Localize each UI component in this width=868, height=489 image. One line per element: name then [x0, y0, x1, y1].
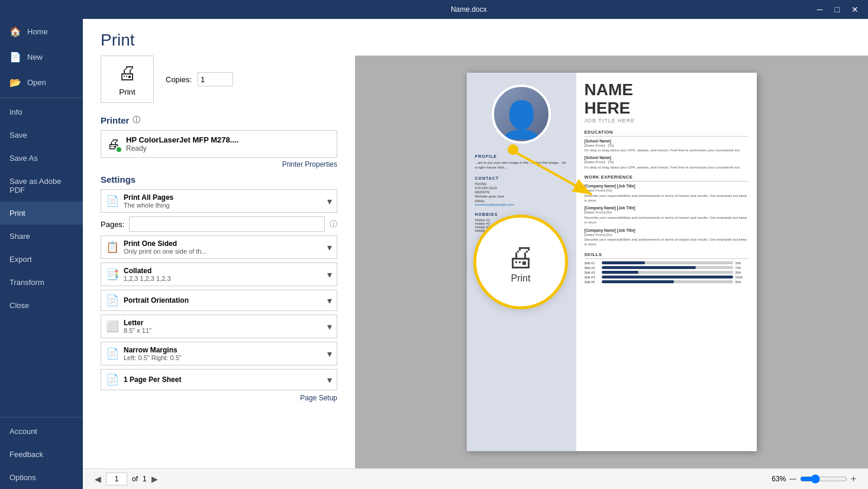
sidebar-item-share[interactable]: Share — [0, 225, 83, 248]
next-page-button[interactable]: ▶ — [151, 474, 158, 484]
sidebar-item-saveas[interactable]: Save As — [0, 147, 83, 170]
sidebar-item-save-adobe[interactable]: Save as Adobe PDF — [0, 170, 83, 202]
open-icon: 📂 — [9, 77, 21, 88]
sidebar-item-save[interactable]: Save — [0, 124, 83, 147]
margins-arrow-icon: ▾ — [327, 348, 332, 360]
hobby-4: Hobby #4 — [475, 229, 568, 232]
resume-photo: 👤 — [492, 85, 551, 144]
sidebar-item-transform[interactable]: Transform — [0, 271, 83, 294]
resume-company-1-dates: [Dates From]-[To] — [585, 188, 748, 193]
paper-size-dropdown[interactable]: ⬜ Letter 8.5" x 11" ▾ — [101, 315, 337, 338]
skills-container: Skill #1 33% Skill #2 72% Skill #3 28% S… — [585, 261, 748, 284]
one-sided-sub: Only print on one side of th... — [124, 248, 322, 255]
sidebar-item-options[interactable]: Options — [0, 466, 83, 489]
print-controls-row: 🖨 Print Copies: — [101, 56, 337, 103]
paper-size-sub: 8.5" x 11" — [124, 327, 322, 334]
sidebar-divider-1 — [0, 98, 83, 98]
sidebar-item-new[interactable]: 📄 New — [0, 44, 83, 70]
zoom-area: 63% ─ + — [772, 474, 856, 484]
resume-email: someone@example.com — [475, 203, 568, 206]
printer-info: HP ColorLaserJet MFP M278.... Ready — [126, 135, 238, 153]
preview-area: 👤 PROFILE ...ant to put your own image i… — [355, 56, 868, 468]
printer-ready: Ready — [126, 144, 238, 153]
margins-text: Narrow Margins Left: 0.5" Right: 0.5" — [124, 346, 322, 361]
sidebar-item-open[interactable]: 📂 Open — [0, 70, 83, 95]
sidebar-item-home[interactable]: 🏠 Home — [0, 19, 83, 44]
resume-contact-title: CONTACT — [475, 176, 568, 180]
resume-education-section: EDUCATION [School Name] [Dates From] - [… — [585, 129, 748, 170]
resume-company-3: [Company Name] [Job Title] [Dates From]-… — [585, 228, 748, 247]
sidebar-bottom: Account Feedback Options — [0, 414, 83, 489]
close-button[interactable]: ✕ — [848, 4, 862, 15]
resume-company-1-name: [Company Name] [Job Title] — [585, 184, 748, 188]
one-sided-icon: 📋 — [106, 241, 119, 254]
resume-company-2-dates: [Dates From]-[To] — [585, 210, 748, 215]
collated-dropdown[interactable]: 📑 Collated 1,2,3 1,2,3 1,2,3 ▾ — [101, 263, 337, 286]
pages-input[interactable] — [129, 216, 325, 232]
resume-website: Website goes here — [475, 194, 568, 199]
resume-name: NAMEHERE — [585, 81, 748, 118]
resume-school-1-desc: It's okay to brag about your GPA, awards… — [585, 148, 748, 153]
zoom-out-button[interactable]: ─ — [789, 474, 796, 484]
collated-main: Collated — [124, 267, 322, 275]
printer-icon-wrap: 🖨 — [107, 137, 120, 152]
zoom-in-button[interactable]: + — [851, 474, 856, 484]
skill-bar-bg-3 — [602, 271, 733, 274]
resume-work-title: WORK EXPERIENCE — [585, 174, 748, 182]
paper-size-main: Letter — [124, 319, 322, 327]
orientation-dropdown[interactable]: 📄 Portrait Orientation ▾ — [101, 290, 337, 311]
printer-properties-link[interactable]: Printer Properties — [101, 160, 337, 169]
printer-selector[interactable]: 🖨 HP ColorLaserJet MFP M278.... Ready — [101, 130, 337, 158]
resume-skills-section: SKILLS Skill #1 33% Skill #2 72% Skill #… — [585, 252, 748, 284]
minimize-button[interactable]: ─ — [814, 4, 827, 15]
page-setup-link[interactable]: Page Setup — [101, 394, 337, 402]
resume-job-title: JOB TITLE HERE — [585, 118, 748, 124]
maximize-button[interactable]: □ — [831, 4, 843, 15]
resume-school-1-dates: [Dates From] - [To] — [585, 143, 748, 148]
content-area: Print 🖨 Print Copies: Printer — [83, 19, 868, 489]
resume-skills-title: SKILLS — [585, 252, 748, 259]
skill-bar-fill-3 — [602, 271, 638, 274]
skill-bar-bg-5 — [602, 280, 733, 283]
printer-info-icon[interactable]: ⓘ — [133, 115, 140, 125]
skill-label-3: Skill #3 — [585, 271, 599, 274]
sidebar-item-info[interactable]: Info — [0, 101, 83, 124]
margins-dropdown[interactable]: 📄 Narrow Margins Left: 0.5" Right: 0.5" … — [101, 342, 337, 365]
print-pages-text: Print All Pages The whole thing — [124, 193, 322, 209]
print-pages-main: Print All Pages — [124, 193, 322, 202]
sidebar-item-account[interactable]: Account — [0, 420, 83, 443]
skill-row-2: Skill #2 72% — [585, 266, 748, 270]
prev-page-button[interactable]: ◀ — [95, 474, 101, 484]
sidebar-item-export-label: Export — [9, 255, 32, 264]
sidebar-item-feedback-label: Feedback — [9, 450, 43, 459]
sidebar-item-close[interactable]: Close — [0, 294, 83, 317]
copies-input[interactable] — [198, 72, 233, 86]
print-pages-icon: 📄 — [106, 195, 119, 208]
resume-education-title: EDUCATION — [585, 129, 748, 137]
preview-bottom: ◀ of 1 ▶ 63% ─ + — [83, 468, 868, 489]
print-all-pages-dropdown[interactable]: 📄 Print All Pages The whole thing ▾ — [101, 189, 337, 213]
one-sided-arrow-icon: ▾ — [327, 242, 332, 253]
title-bar: Name.docx ─ □ ✕ — [0, 0, 868, 19]
sidebar-item-saveas-label: Save As — [9, 154, 38, 163]
sidebar-item-new-label: New — [27, 53, 43, 61]
print-button[interactable]: 🖨 Print — [101, 56, 154, 103]
skill-bar-fill-1 — [602, 261, 645, 264]
skill-label-5: Skill #5 — [585, 280, 599, 284]
sidebar-item-export[interactable]: Export — [0, 248, 83, 271]
collated-icon: 📑 — [106, 268, 119, 281]
title-bar-filename: Name.docx — [124, 5, 814, 14]
page-number-input[interactable] — [106, 472, 127, 485]
page-navigation: ◀ of 1 ▶ — [95, 472, 158, 485]
print-one-sided-dropdown[interactable]: 📋 Print One Sided Only print on one side… — [101, 235, 337, 259]
settings-section-label: Settings — [101, 174, 337, 184]
resume-company-3-dates: [Dates From]-[To] — [585, 232, 748, 237]
sidebar-item-feedback[interactable]: Feedback — [0, 443, 83, 466]
sidebar-item-print[interactable]: Print — [0, 202, 83, 225]
pages-info-icon[interactable]: ⓘ — [330, 219, 337, 229]
zoom-slider[interactable] — [800, 474, 847, 484]
pages-per-sheet-dropdown[interactable]: 📄 1 Page Per Sheet ▾ — [101, 369, 337, 390]
resume-school-2-desc: It's okay to brag about your GPA, awards… — [585, 165, 748, 170]
one-sided-main: Print One Sided — [124, 239, 322, 248]
sidebar-item-info-label: Info — [9, 108, 22, 116]
